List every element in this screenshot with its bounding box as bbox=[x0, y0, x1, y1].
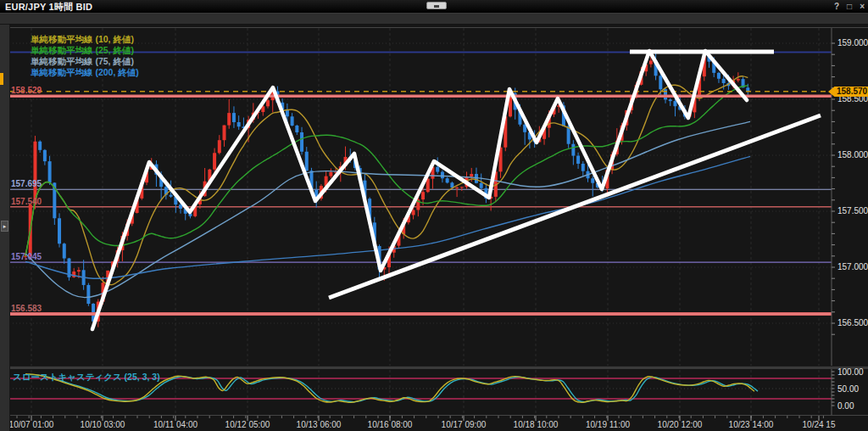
toolbar-strip bbox=[0, 14, 868, 25]
left-price-label: 157.540 bbox=[11, 197, 42, 206]
toolbar-collapse-button[interactable] bbox=[426, 2, 447, 9]
close-button[interactable]: × bbox=[860, 0, 865, 13]
window-title: EUR/JPY 1時間 BID bbox=[5, 1, 92, 14]
ma-legend-item: 単純移動平均線 (25, 終値) bbox=[31, 45, 139, 56]
left-price-label: 157.045 bbox=[11, 252, 42, 261]
ma-legend: 単純移動平均線 (10, 終値)単純移動平均線 (25, 終値)単純移動平均線 … bbox=[31, 34, 139, 78]
ma-legend-item: 単純移動平均線 (10, 終値) bbox=[31, 34, 139, 45]
collapse-arrow-icon bbox=[434, 5, 439, 8]
time-axis[interactable] bbox=[9, 417, 832, 431]
left-sidebar: ▸ bbox=[0, 25, 10, 431]
trading-app-window: EUR/JPY 1時間 BID ? □ × ▸ 単純移動平均線 (10, 終値)… bbox=[0, 0, 868, 431]
left-price-label: 156.583 bbox=[11, 304, 42, 313]
ma-legend-item: 単純移動平均線 (75, 終値) bbox=[31, 56, 139, 67]
sidebar-expand-button[interactable]: ▸ bbox=[1, 221, 8, 232]
left-price-label: 157.695 bbox=[11, 179, 42, 188]
help-button[interactable]: ? bbox=[834, 0, 839, 13]
ma-legend-item: 単純移動平均線 (200, 終値) bbox=[31, 67, 139, 78]
price-axis[interactable] bbox=[832, 25, 868, 415]
left-price-label: 158.529 bbox=[11, 86, 42, 95]
stochastic-legend: スローストキャスティクス (25, 3, 3) bbox=[13, 372, 160, 383]
maximize-button[interactable]: □ bbox=[847, 0, 852, 13]
sidebar-orange-tab[interactable] bbox=[0, 73, 3, 85]
